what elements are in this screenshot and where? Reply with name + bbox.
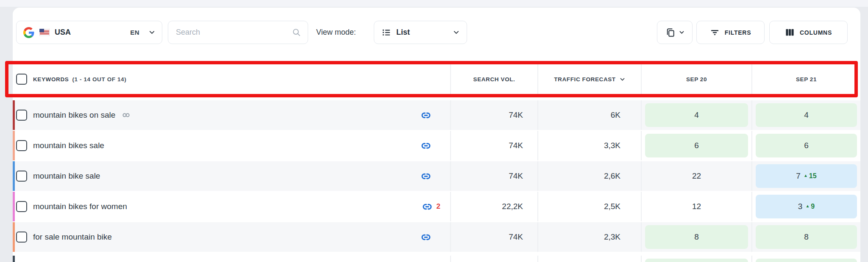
row-checkbox[interactable] [16, 232, 27, 243]
traffic-forecast-cell: 3,3K [537, 131, 641, 160]
keyword-cell: mountain bikes for women 2 [13, 192, 450, 221]
link-icon [420, 232, 432, 242]
header-cell-sep20[interactable]: SEP 20 [641, 64, 751, 94]
sep20-cell: 12 [641, 192, 751, 221]
filters-button[interactable]: FILTERS [696, 21, 765, 44]
view-mode-value: List [396, 28, 410, 37]
keywords-range-label: (1 - 14 OUT OF 14) [72, 76, 126, 83]
sep21-cell: 7▲15 [751, 161, 860, 191]
rank-badge: 4 [645, 103, 748, 127]
rank-badge: 4 [756, 103, 857, 127]
traffic-forecast-cell: 2,3K [537, 222, 641, 252]
target-url-link[interactable] [420, 171, 450, 181]
keyword-cell: mountain bikes on sale [13, 100, 450, 130]
filter-icon [710, 28, 720, 37]
header-cell-traffic-forecast[interactable]: TRAFFIC FORECAST [537, 64, 641, 94]
sep21-cell: 8 [751, 222, 860, 252]
filters-button-label: FILTERS [725, 29, 751, 36]
arrow-up-icon: ▲ [805, 204, 810, 208]
view-mode-label: View mode: [316, 21, 356, 44]
keyword-row[interactable]: mountain bikes sale 74K 3,3K 6 6 [13, 131, 860, 160]
keyword-cell [13, 256, 450, 262]
google-logo-icon [23, 27, 34, 38]
header-cell-sep21[interactable]: SEP 21 [751, 64, 860, 94]
view-mode-dropdown[interactable]: List [374, 21, 467, 44]
list-icon [381, 28, 391, 37]
search-icon [292, 28, 301, 37]
sep21-cell: 3▲9 [751, 192, 860, 221]
tag-color-strip [13, 161, 15, 191]
traffic-forecast-cell: 6K [537, 100, 641, 130]
sep21-cell: 4 [751, 100, 860, 130]
top-band [0, 0, 868, 7]
columns-button[interactable]: COLUMNS [769, 21, 848, 44]
chevron-down-icon [453, 29, 459, 36]
link-icon [420, 171, 432, 181]
search-vol-cell: 74K [450, 222, 537, 252]
row-checkbox[interactable] [16, 140, 27, 151]
keyword-text: mountain bike sale [33, 171, 100, 181]
chevron-down-icon [679, 30, 684, 35]
copy-export-dropdown[interactable] [657, 21, 693, 44]
target-url-link[interactable] [420, 141, 450, 151]
rank-badge: 7▲15 [756, 164, 857, 188]
keyword-row[interactable]: mountain bike sale 74K 2,6K 22 7▲15 [13, 161, 860, 191]
link-icon [420, 141, 432, 151]
country-label: USA [55, 28, 71, 37]
search-vol-cell: 74K [450, 161, 537, 191]
keyword-row[interactable] [13, 256, 860, 262]
keyword-row[interactable]: for sale mountain bike 74K 2,3K 8 8 [13, 222, 860, 252]
row-checkbox[interactable] [16, 201, 27, 212]
rank-change-up: ▲9 [805, 203, 815, 210]
columns-button-label: COLUMNS [800, 29, 832, 36]
keyword-text: mountain bikes sale [33, 141, 104, 150]
keyword-row[interactable]: mountain bikes on sale 74K 6K 4 4 [13, 100, 860, 130]
link-icon [420, 110, 432, 120]
tag-color-strip [13, 100, 15, 130]
keyword-text: for sale mountain bike [33, 232, 112, 242]
sep20-cell: 22 [641, 161, 751, 191]
keyword-cell: mountain bike sale [13, 161, 450, 191]
target-url-link[interactable] [420, 110, 450, 120]
rank-badge: 22 [645, 164, 748, 188]
rank-badge: 8 [645, 225, 748, 249]
sep21-cell [751, 256, 860, 262]
rank-badge: 6 [645, 134, 748, 157]
sep20-cell: 8 [641, 222, 751, 252]
select-all-checkbox[interactable] [16, 74, 27, 85]
row-checkbox[interactable] [16, 110, 27, 121]
row-checkbox[interactable] [16, 171, 27, 182]
keyword-cell: for sale mountain bike [13, 222, 450, 252]
traffic-forecast-cell [537, 256, 641, 262]
header-cell-keywords: KEYWORDS (1 - 14 OUT OF 14) [13, 64, 450, 94]
target-url-link[interactable] [420, 232, 450, 242]
sep20-cell [641, 256, 751, 262]
search-field[interactable] [168, 21, 308, 44]
traffic-forecast-cell: 2,6K [537, 161, 641, 191]
rank-badge: 3▲9 [756, 195, 857, 218]
chevron-down-icon [149, 29, 155, 36]
keyword-cell: mountain bikes sale [13, 131, 450, 160]
search-vol-cell: 22,2K [450, 192, 537, 221]
rank-badge [645, 259, 748, 262]
keyword-row[interactable]: mountain bikes for women 2 22,2K 2,5K 12… [13, 192, 860, 221]
header-cell-search-vol[interactable]: SEARCH VOL. [450, 64, 537, 94]
links-count-badge: 2 [437, 202, 440, 211]
target-url-link[interactable]: 2 [421, 202, 450, 212]
linked-keyword-icon [122, 113, 130, 118]
rank-badge [756, 259, 857, 262]
arrow-up-icon: ▲ [804, 174, 808, 178]
search-vol-cell [450, 256, 537, 262]
search-input[interactable] [175, 28, 292, 37]
link-icon [421, 202, 434, 212]
search-engine-selector[interactable]: USA EN [16, 21, 162, 44]
sep21-cell: 6 [751, 131, 860, 160]
sort-chevron-down-icon[interactable] [620, 77, 625, 82]
traffic-forecast-cell: 2,5K [537, 192, 641, 221]
tag-color-strip [13, 131, 15, 160]
rank-badge: 8 [756, 225, 857, 249]
search-vol-cell: 74K [450, 131, 537, 160]
copy-icon [665, 28, 676, 38]
sep20-cell: 6 [641, 131, 751, 160]
keyword-text: mountain bikes on sale [33, 110, 115, 120]
